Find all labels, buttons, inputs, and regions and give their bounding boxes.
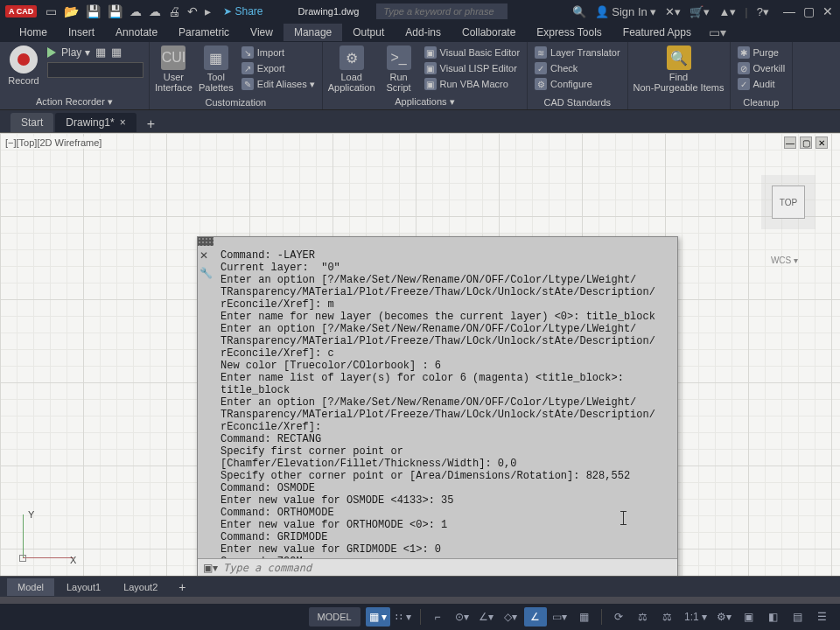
layer-translator-button[interactable]: ≋Layer Translator — [533, 46, 621, 60]
tab-annotate[interactable]: Annotate — [105, 24, 168, 41]
undo-icon[interactable]: ↶ — [187, 4, 198, 18]
new-tab-button[interactable]: + — [138, 116, 164, 132]
viewport-label[interactable]: [−][Top][2D Wireframe] — [4, 136, 103, 149]
vp-max-icon[interactable]: ▢ — [800, 136, 812, 149]
snap-toggle[interactable]: ∷ ▾ — [392, 607, 415, 626]
find-nonpurgeable-button[interactable]: 🔍Find Non-Purgeable Items — [634, 46, 724, 93]
open-icon[interactable]: 📂 — [64, 4, 79, 18]
drag-handle[interactable] — [198, 237, 214, 246]
help-search-input[interactable] — [376, 4, 508, 19]
purge-button[interactable]: ✱Purge — [736, 46, 788, 60]
app-exchange-icon[interactable]: ✕▾ — [665, 5, 681, 18]
customize-status-icon[interactable]: ☰ — [810, 607, 833, 626]
layout-1[interactable]: Layout1 — [56, 578, 111, 596]
tab-insert[interactable]: Insert — [58, 24, 105, 41]
search-icon[interactable]: 🔍 — [572, 5, 586, 18]
tab-parametric[interactable]: Parametric — [168, 24, 240, 41]
layout-2[interactable]: Layout2 — [113, 578, 168, 596]
close-icon[interactable]: ✕ — [822, 4, 833, 18]
redo-icon[interactable]: ▸ — [205, 4, 211, 18]
polar-toggle[interactable]: ⊙▾ — [451, 607, 473, 626]
cmd-close-icon[interactable]: ✕ — [200, 249, 213, 262]
vp-min-icon[interactable]: — — [784, 136, 796, 149]
otrack-toggle[interactable]: ∠ — [524, 607, 547, 626]
saveas-icon[interactable]: 💾 — [108, 4, 122, 18]
vba-macro-button[interactable]: ▣Run VBA Macro — [423, 77, 522, 91]
grid-toggle[interactable]: ▦ ▾ — [366, 607, 390, 626]
layout-tabs: Model Layout1 Layout2 + — [0, 576, 840, 597]
add-layout-button[interactable]: + — [170, 580, 194, 594]
tab-express[interactable]: Express Tools — [526, 24, 612, 41]
annotation-scale[interactable]: ⚖ — [632, 607, 654, 626]
plot-icon[interactable]: 🖨 — [168, 4, 180, 18]
titlebar: A CAD ▭ 📂 💾 💾 ☁ ☁ 🖨 ↶ ▸ ➤ Share Drawing1… — [0, 0, 840, 23]
tab-view[interactable]: View — [240, 24, 284, 41]
record-button[interactable]: Record — [5, 46, 42, 86]
annotation-toggle[interactable]: ⚖ — [656, 607, 679, 626]
start-tab[interactable]: Start — [10, 113, 53, 132]
audit-button[interactable]: ✓Audit — [736, 77, 788, 91]
ribbon-overflow-icon[interactable]: ▭▾ — [709, 25, 726, 39]
tab-output[interactable]: Output — [342, 24, 395, 41]
play-button[interactable]: Play ▾▦▦ — [47, 46, 144, 59]
model-space-button[interactable]: MODEL — [309, 607, 360, 626]
wcs-label[interactable]: WCS ▾ — [771, 256, 798, 265]
save-icon[interactable]: 💾 — [86, 4, 101, 18]
ortho-toggle[interactable]: ⌐ — [426, 607, 449, 626]
option2-icon[interactable]: ▦ — [111, 46, 122, 59]
load-app-button[interactable]: ⚙Load Application — [328, 46, 375, 93]
new-icon[interactable]: ▭ — [46, 4, 57, 18]
option-icon[interactable]: ▦ — [95, 46, 106, 59]
cloud-save-icon[interactable]: ☁ — [149, 4, 161, 18]
help-icon[interactable]: ?▾ — [757, 5, 769, 18]
quickprops-icon[interactable]: ▤ — [786, 607, 808, 626]
macro-select[interactable] — [47, 62, 144, 78]
isodraft-toggle[interactable]: ∠▾ — [475, 607, 498, 626]
transparency-toggle[interactable]: ▦ — [573, 607, 596, 626]
tab-collaborate[interactable]: Collaborate — [452, 24, 526, 41]
viewcube[interactable]: TOP — [772, 186, 805, 219]
tab-manage[interactable]: Manage — [284, 24, 342, 41]
edit-aliases-button[interactable]: ✎Edit Aliases ▾ — [240, 77, 317, 91]
share-button[interactable]: ➤ Share — [223, 5, 262, 18]
drawing-tab[interactable]: Drawing1*× — [55, 113, 136, 132]
maximize-icon[interactable]: ▢ — [803, 4, 815, 18]
workspace-switch-icon[interactable]: ⚙▾ — [712, 607, 735, 626]
units-icon[interactable]: ◧ — [761, 607, 784, 626]
tool-palettes-button[interactable]: ▦Tool Palettes — [198, 46, 234, 93]
lwt-toggle[interactable]: ▭▾ — [549, 607, 571, 626]
vp-close-icon[interactable]: ✕ — [816, 136, 828, 149]
command-input[interactable] — [223, 562, 672, 574]
check-button[interactable]: ✓Check — [533, 61, 621, 75]
autodesk-icon[interactable]: ▲▾ — [718, 5, 736, 18]
lisp-editor-button[interactable]: ▣Visual LISP Editor — [423, 61, 522, 75]
cmd-wrench-icon[interactable]: 🔧 — [200, 267, 213, 279]
tab-home[interactable]: Home — [9, 24, 58, 41]
import-button[interactable]: ↘Import — [240, 46, 317, 60]
cui-button[interactable]: CUIUser Interface — [155, 46, 192, 93]
cart-icon[interactable]: 🛒▾ — [690, 5, 710, 18]
run-script-button[interactable]: >_Run Script — [381, 46, 417, 93]
vb-editor-button[interactable]: ▣Visual Basic Editor — [423, 46, 522, 60]
command-history: Command: -LAYER Current layer: "0" Enter… — [198, 246, 677, 558]
layout-model[interactable]: Model — [7, 578, 54, 596]
lisp-icon: ▣ — [424, 62, 437, 74]
annotation-monitor-icon[interactable]: ▣ — [737, 607, 760, 626]
tab-featured[interactable]: Featured Apps — [612, 24, 702, 41]
close-tab-icon[interactable]: × — [120, 116, 126, 129]
scale-button[interactable]: 1:1 ▾ — [681, 607, 710, 626]
drawing-canvas[interactable]: [−][Top][2D Wireframe] — ▢ ✕ TOP WCS ▾ Y… — [0, 133, 840, 576]
cloud-open-icon[interactable]: ☁ — [130, 4, 142, 18]
signin-button[interactable]: 👤 Sign In ▾ — [595, 5, 657, 18]
vb-icon: ▣ — [424, 46, 437, 59]
command-window[interactable]: ✕ 🔧 Command: -LAYER Current layer: "0" E… — [197, 236, 678, 576]
tab-addins[interactable]: Add-ins — [395, 24, 452, 41]
overkill-button[interactable]: ⊘Overkill — [736, 61, 788, 75]
osnap-toggle[interactable]: ◇▾ — [500, 607, 522, 626]
selection-cycling-icon[interactable]: ⟳ — [607, 607, 630, 626]
audit-icon: ✓ — [738, 78, 750, 90]
prompt-icon: ▣▾ — [203, 562, 218, 574]
export-button[interactable]: ↗Export — [240, 61, 317, 75]
configure-button[interactable]: ⚙Configure — [533, 77, 621, 91]
minimize-icon[interactable]: — — [783, 4, 795, 18]
